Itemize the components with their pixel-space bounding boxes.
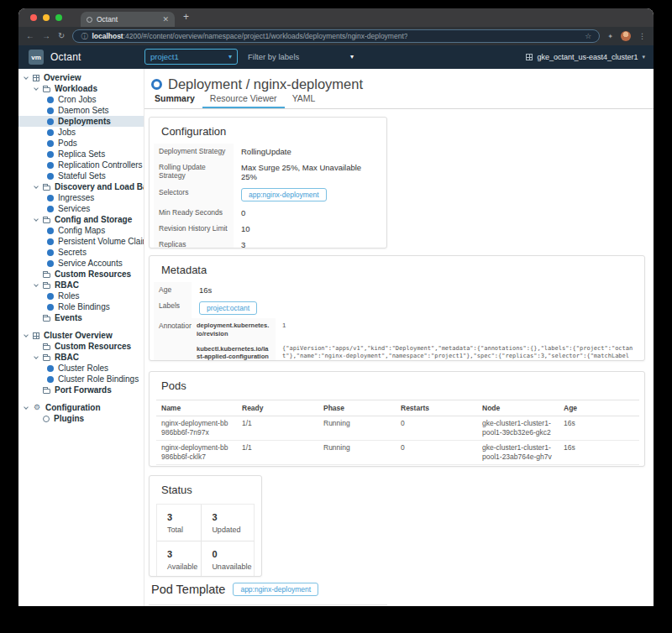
config-row-selectors: Selectorsapp:nginx-deployment	[154, 185, 382, 205]
pod-template-section: Pod Template app:nginx-deployment	[151, 583, 318, 596]
chevron-down-icon	[24, 75, 29, 80]
pod-cell-node: gke-cluster1-cluster1-pool1-23ab764e-gh7…	[477, 441, 559, 465]
sidebar-item-label: Cluster Role Bindings	[58, 374, 139, 384]
sidebar-item-port-forwards[interactable]: Port Forwards	[18, 385, 144, 395]
screenshot-root: Octant ✕ + ← → ↻ ⓘ localhost:4200/#/cont…	[0, 0, 672, 633]
sidebar-item-persistent-volume-claims[interactable]: Persistent Volume Claims	[18, 236, 144, 247]
metadata-summary-list: Age 16s Labels project:octant Annotation…	[154, 282, 640, 361]
pod-name-link[interactable]: nginx-deployment-bb986bb6f-s2ckr	[156, 465, 237, 467]
sidebar-item-jobs[interactable]: Jobs	[18, 127, 144, 138]
tab-close-icon[interactable]: ✕	[162, 16, 169, 24]
chevron-down-icon	[24, 405, 29, 410]
sidebar-item-daemon-sets[interactable]: Daemon Sets	[18, 105, 144, 116]
sidebar-item-label: Role Bindings	[58, 302, 110, 311]
selector-tag[interactable]: app:nginx-deployment	[241, 188, 327, 201]
config-value: 3	[234, 237, 382, 248]
sidebar-item-discovery-and-load-balancing[interactable]: Discovery and Load Balancing	[18, 181, 144, 192]
pod-template-selector-tag[interactable]: app:nginx-deployment	[233, 583, 318, 596]
minimize-window-button[interactable]	[43, 14, 50, 21]
pods-card-title: Pods	[150, 372, 644, 398]
sidebar-item-cluster-roles[interactable]: Cluster Roles	[18, 363, 144, 374]
sidebar-item-custom-resources[interactable]: Custom Resources	[18, 269, 144, 280]
site-info-icon[interactable]: ⓘ	[81, 32, 87, 41]
sidebar-item-label: Custom Resources	[55, 269, 131, 279]
sidebar-item-role-bindings[interactable]: Role Bindings	[18, 301, 144, 312]
context-selector[interactable]: gke_octant_us-east4_cluster1 ▾	[526, 45, 645, 69]
folder-icon	[43, 345, 50, 350]
pod-name-link[interactable]: nginx-deployment-bb986bb6f-7n97x	[156, 416, 237, 441]
config-label: Selectors	[154, 185, 234, 205]
sidebar-item-custom-resources[interactable]: Custom Resources	[18, 341, 144, 352]
sidebar-item-cron-jobs[interactable]: Cron Jobs	[18, 94, 144, 105]
next-card-edge	[149, 604, 387, 605]
extension-icon[interactable]: ✦	[607, 33, 613, 40]
annotation-key: kubectl.kubernetes.io/last-applied-confi…	[192, 342, 276, 362]
status-grid: 3Total3Updated3Available0Unavailable	[156, 504, 255, 577]
sidebar: OverviewWorkloadsCron JobsDaemon SetsDep…	[18, 69, 144, 606]
pods-column-phase: Phase	[318, 400, 396, 416]
sidebar-item-plugins[interactable]: Plugins	[18, 413, 144, 424]
pod-cell-ready: 1/1	[237, 465, 318, 467]
label-filter-input[interactable]: Filter by labels ▾	[248, 49, 357, 65]
browser-tab[interactable]: Octant ✕	[81, 12, 175, 27]
sidebar-item-deployments[interactable]: Deployments	[18, 116, 144, 127]
sidebar-item-config-maps[interactable]: Config Maps	[18, 225, 144, 236]
sidebar-item-replication-controllers[interactable]: Replication Controllers	[18, 160, 144, 170]
sidebar-item-ingresses[interactable]: Ingresses	[18, 192, 144, 203]
fullscreen-window-button[interactable]	[55, 14, 62, 21]
dot-icon	[47, 140, 54, 147]
sidebar-item-pods[interactable]: Pods	[18, 138, 144, 149]
sidebar-item-label: Port Forwards	[55, 385, 112, 395]
tab-resource-viewer[interactable]: Resource Viewer	[202, 92, 285, 108]
folder-icon	[43, 186, 50, 191]
dot-icon	[47, 293, 54, 300]
close-window-button[interactable]	[30, 14, 37, 21]
sidebar-item-roles[interactable]: Roles	[18, 290, 144, 301]
sidebar-item-services[interactable]: Services	[18, 203, 144, 214]
sidebar-item-stateful-sets[interactable]: Stateful Sets	[18, 170, 144, 181]
label-filter-placeholder: Filter by labels	[248, 52, 299, 61]
profile-avatar[interactable]	[621, 31, 631, 41]
bookmark-star-icon[interactable]: ☆	[585, 32, 591, 40]
annotation-key: deployment.kubernetes.io/revision	[192, 318, 276, 342]
sidebar-item-events[interactable]: Events	[18, 312, 144, 323]
sidebar-item-configuration[interactable]: ⚙Configuration	[18, 402, 144, 413]
sidebar-item-label: Overview	[44, 73, 81, 82]
sidebar-item-config-and-storage[interactable]: Config and Storage	[18, 214, 144, 225]
forward-icon[interactable]: →	[42, 32, 50, 40]
new-tab-button[interactable]: +	[183, 11, 189, 23]
config-value: Max Surge 25%, Max Unavailable 25%	[234, 160, 382, 185]
reload-icon[interactable]: ↻	[58, 32, 65, 40]
url-bar[interactable]: ⓘ localhost:4200/#/content/overview/name…	[72, 29, 600, 43]
sidebar-item-replica-sets[interactable]: Replica Sets	[18, 149, 144, 160]
dot-icon	[47, 97, 54, 103]
gear-icon: ⚙	[33, 404, 41, 411]
url-path: :4200/#/content/overview/namespace/proje…	[123, 32, 408, 40]
chevron-down-icon	[24, 332, 29, 337]
sidebar-item-overview[interactable]: Overview	[18, 72, 144, 83]
context-value: gke_octant_us-east4_cluster1	[537, 53, 638, 61]
tab-summary[interactable]: Summary	[147, 92, 202, 108]
sidebar-item-rbac[interactable]: RBAC	[18, 352, 144, 363]
sidebar-item-secrets[interactable]: Secrets	[18, 247, 144, 258]
sidebar-item-workloads[interactable]: Workloads	[18, 83, 144, 94]
pods-column-ready: Ready	[237, 400, 318, 416]
sidebar-item-rbac[interactable]: RBAC	[18, 280, 144, 290]
label-tag[interactable]: project:octant	[199, 301, 257, 315]
pod-cell-restarts: 0	[396, 441, 477, 465]
sidebar-item-service-accounts[interactable]: Service Accounts	[18, 258, 144, 269]
status-value: 3	[167, 549, 197, 559]
configuration-summary-list: Deployment StrategyRollingUpdateRolling …	[154, 144, 382, 248]
annotation-value: 1	[276, 318, 640, 342]
back-icon[interactable]: ←	[26, 32, 34, 40]
pod-cell-ready: 1/1	[237, 441, 318, 465]
pod-name-link[interactable]: nginx-deployment-bb986bb6f-cklk7	[156, 441, 237, 465]
sidebar-item-cluster-overview[interactable]: Cluster Overview	[18, 330, 144, 341]
sidebar-item-cluster-role-bindings[interactable]: Cluster Role Bindings	[18, 374, 144, 385]
tab-yaml[interactable]: YAML	[285, 92, 323, 108]
sidebar-item-label: Daemon Sets	[58, 106, 109, 115]
namespace-selector[interactable]: project1 ▾	[144, 49, 238, 65]
dot-icon	[47, 249, 54, 256]
browser-menu-icon[interactable]: ⋮	[638, 32, 646, 40]
dot-icon	[47, 206, 54, 212]
